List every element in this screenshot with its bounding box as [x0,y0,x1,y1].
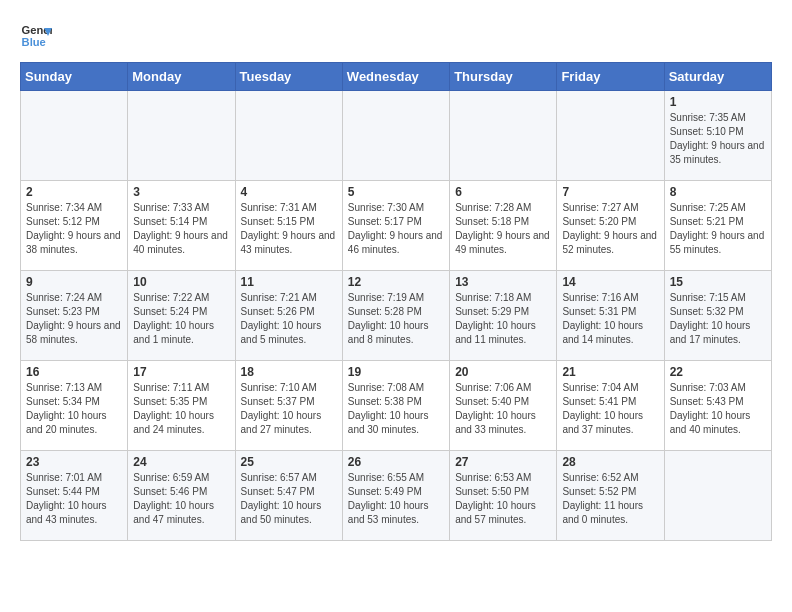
day-info: Sunrise: 7:22 AMSunset: 5:24 PMDaylight:… [133,291,229,347]
day-info: Sunrise: 7:28 AMSunset: 5:18 PMDaylight:… [455,201,551,257]
calendar-cell: 17Sunrise: 7:11 AMSunset: 5:35 PMDayligh… [128,361,235,451]
calendar-cell: 22Sunrise: 7:03 AMSunset: 5:43 PMDayligh… [664,361,771,451]
week-row-1: 1Sunrise: 7:35 AMSunset: 5:10 PMDaylight… [21,91,772,181]
day-info: Sunrise: 7:13 AMSunset: 5:34 PMDaylight:… [26,381,122,437]
calendar-cell [342,91,449,181]
day-number: 14 [562,275,658,289]
day-number: 17 [133,365,229,379]
day-info: Sunrise: 7:06 AMSunset: 5:40 PMDaylight:… [455,381,551,437]
day-number: 15 [670,275,766,289]
day-info: Sunrise: 7:01 AMSunset: 5:44 PMDaylight:… [26,471,122,527]
weekday-header-friday: Friday [557,63,664,91]
calendar-cell: 4Sunrise: 7:31 AMSunset: 5:15 PMDaylight… [235,181,342,271]
calendar-cell [664,451,771,541]
weekday-header-thursday: Thursday [450,63,557,91]
calendar-cell: 19Sunrise: 7:08 AMSunset: 5:38 PMDayligh… [342,361,449,451]
calendar-cell: 10Sunrise: 7:22 AMSunset: 5:24 PMDayligh… [128,271,235,361]
calendar-table: SundayMondayTuesdayWednesdayThursdayFrid… [20,62,772,541]
day-number: 24 [133,455,229,469]
day-info: Sunrise: 7:10 AMSunset: 5:37 PMDaylight:… [241,381,337,437]
day-number: 11 [241,275,337,289]
day-info: Sunrise: 7:08 AMSunset: 5:38 PMDaylight:… [348,381,444,437]
calendar-cell: 14Sunrise: 7:16 AMSunset: 5:31 PMDayligh… [557,271,664,361]
calendar-cell [128,91,235,181]
day-info: Sunrise: 7:11 AMSunset: 5:35 PMDaylight:… [133,381,229,437]
calendar-cell: 6Sunrise: 7:28 AMSunset: 5:18 PMDaylight… [450,181,557,271]
day-number: 4 [241,185,337,199]
page-header: General Blue [20,20,772,52]
week-row-4: 16Sunrise: 7:13 AMSunset: 5:34 PMDayligh… [21,361,772,451]
day-number: 19 [348,365,444,379]
day-info: Sunrise: 7:25 AMSunset: 5:21 PMDaylight:… [670,201,766,257]
weekday-header-wednesday: Wednesday [342,63,449,91]
weekday-header-sunday: Sunday [21,63,128,91]
weekday-header-monday: Monday [128,63,235,91]
logo: General Blue [20,20,56,52]
day-info: Sunrise: 6:55 AMSunset: 5:49 PMDaylight:… [348,471,444,527]
calendar-cell: 26Sunrise: 6:55 AMSunset: 5:49 PMDayligh… [342,451,449,541]
day-number: 6 [455,185,551,199]
calendar-cell: 11Sunrise: 7:21 AMSunset: 5:26 PMDayligh… [235,271,342,361]
day-number: 26 [348,455,444,469]
day-info: Sunrise: 7:21 AMSunset: 5:26 PMDaylight:… [241,291,337,347]
day-info: Sunrise: 7:27 AMSunset: 5:20 PMDaylight:… [562,201,658,257]
day-number: 7 [562,185,658,199]
day-number: 22 [670,365,766,379]
day-number: 9 [26,275,122,289]
day-number: 8 [670,185,766,199]
calendar-cell: 13Sunrise: 7:18 AMSunset: 5:29 PMDayligh… [450,271,557,361]
calendar-cell: 16Sunrise: 7:13 AMSunset: 5:34 PMDayligh… [21,361,128,451]
day-number: 27 [455,455,551,469]
day-info: Sunrise: 7:16 AMSunset: 5:31 PMDaylight:… [562,291,658,347]
calendar-cell: 21Sunrise: 7:04 AMSunset: 5:41 PMDayligh… [557,361,664,451]
calendar-cell: 1Sunrise: 7:35 AMSunset: 5:10 PMDaylight… [664,91,771,181]
day-info: Sunrise: 6:53 AMSunset: 5:50 PMDaylight:… [455,471,551,527]
calendar-cell: 12Sunrise: 7:19 AMSunset: 5:28 PMDayligh… [342,271,449,361]
day-info: Sunrise: 7:35 AMSunset: 5:10 PMDaylight:… [670,111,766,167]
day-info: Sunrise: 7:04 AMSunset: 5:41 PMDaylight:… [562,381,658,437]
weekday-header-row: SundayMondayTuesdayWednesdayThursdayFrid… [21,63,772,91]
day-number: 12 [348,275,444,289]
calendar-cell [557,91,664,181]
calendar-cell: 2Sunrise: 7:34 AMSunset: 5:12 PMDaylight… [21,181,128,271]
day-number: 13 [455,275,551,289]
day-info: Sunrise: 7:18 AMSunset: 5:29 PMDaylight:… [455,291,551,347]
day-info: Sunrise: 6:57 AMSunset: 5:47 PMDaylight:… [241,471,337,527]
calendar-cell: 7Sunrise: 7:27 AMSunset: 5:20 PMDaylight… [557,181,664,271]
calendar-cell: 27Sunrise: 6:53 AMSunset: 5:50 PMDayligh… [450,451,557,541]
day-number: 20 [455,365,551,379]
day-number: 5 [348,185,444,199]
day-info: Sunrise: 7:15 AMSunset: 5:32 PMDaylight:… [670,291,766,347]
calendar-cell: 8Sunrise: 7:25 AMSunset: 5:21 PMDaylight… [664,181,771,271]
day-info: Sunrise: 7:24 AMSunset: 5:23 PMDaylight:… [26,291,122,347]
day-number: 1 [670,95,766,109]
svg-text:Blue: Blue [22,36,46,48]
day-info: Sunrise: 7:30 AMSunset: 5:17 PMDaylight:… [348,201,444,257]
day-info: Sunrise: 7:33 AMSunset: 5:14 PMDaylight:… [133,201,229,257]
week-row-5: 23Sunrise: 7:01 AMSunset: 5:44 PMDayligh… [21,451,772,541]
calendar-cell: 23Sunrise: 7:01 AMSunset: 5:44 PMDayligh… [21,451,128,541]
day-number: 23 [26,455,122,469]
weekday-header-saturday: Saturday [664,63,771,91]
calendar-cell: 24Sunrise: 6:59 AMSunset: 5:46 PMDayligh… [128,451,235,541]
calendar-cell [450,91,557,181]
day-info: Sunrise: 7:03 AMSunset: 5:43 PMDaylight:… [670,381,766,437]
calendar-cell: 18Sunrise: 7:10 AMSunset: 5:37 PMDayligh… [235,361,342,451]
calendar-cell: 15Sunrise: 7:15 AMSunset: 5:32 PMDayligh… [664,271,771,361]
day-number: 25 [241,455,337,469]
calendar-cell: 20Sunrise: 7:06 AMSunset: 5:40 PMDayligh… [450,361,557,451]
day-number: 10 [133,275,229,289]
day-info: Sunrise: 6:52 AMSunset: 5:52 PMDaylight:… [562,471,658,527]
calendar-cell: 5Sunrise: 7:30 AMSunset: 5:17 PMDaylight… [342,181,449,271]
day-info: Sunrise: 7:31 AMSunset: 5:15 PMDaylight:… [241,201,337,257]
day-number: 21 [562,365,658,379]
day-info: Sunrise: 7:34 AMSunset: 5:12 PMDaylight:… [26,201,122,257]
calendar-cell [235,91,342,181]
day-number: 28 [562,455,658,469]
day-number: 18 [241,365,337,379]
week-row-2: 2Sunrise: 7:34 AMSunset: 5:12 PMDaylight… [21,181,772,271]
weekday-header-tuesday: Tuesday [235,63,342,91]
calendar-cell: 28Sunrise: 6:52 AMSunset: 5:52 PMDayligh… [557,451,664,541]
day-number: 2 [26,185,122,199]
day-number: 16 [26,365,122,379]
